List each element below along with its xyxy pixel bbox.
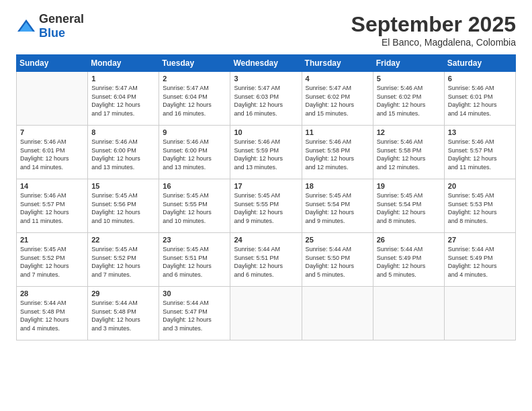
calendar-cell: 2Sunrise: 5:47 AM Sunset: 6:04 PM Daylig…	[159, 72, 230, 126]
calendar-cell: 14Sunrise: 5:46 AM Sunset: 5:57 PM Dayli…	[17, 179, 88, 233]
cell-info: Sunrise: 5:45 AM Sunset: 5:56 PM Dayligh…	[91, 191, 155, 225]
day-number: 19	[377, 182, 441, 190]
calendar-cell: 20Sunrise: 5:45 AM Sunset: 5:53 PM Dayli…	[444, 179, 515, 233]
logo: General Blue	[16, 12, 84, 40]
day-number: 5	[377, 75, 441, 83]
calendar-cell: 17Sunrise: 5:45 AM Sunset: 5:55 PM Dayli…	[230, 179, 302, 233]
day-number: 29	[91, 289, 155, 298]
calendar-week-row: 14Sunrise: 5:46 AM Sunset: 5:57 PM Dayli…	[17, 179, 516, 233]
calendar-cell: 24Sunrise: 5:44 AM Sunset: 5:51 PM Dayli…	[230, 233, 302, 287]
day-number: 18	[306, 182, 369, 190]
day-number: 24	[234, 236, 298, 244]
cell-info: Sunrise: 5:46 AM Sunset: 5:57 PM Dayligh…	[448, 138, 512, 171]
calendar-week-row: 21Sunrise: 5:45 AM Sunset: 5:52 PM Dayli…	[17, 233, 516, 287]
cell-info: Sunrise: 5:47 AM Sunset: 6:04 PM Dayligh…	[163, 84, 226, 118]
logo-icon	[16, 18, 36, 34]
calendar-cell: 12Sunrise: 5:46 AM Sunset: 5:58 PM Dayli…	[373, 126, 444, 179]
calendar-cell: 19Sunrise: 5:45 AM Sunset: 5:54 PM Dayli…	[373, 179, 444, 233]
day-number: 22	[91, 236, 155, 244]
calendar-cell: 23Sunrise: 5:45 AM Sunset: 5:51 PM Dayli…	[159, 233, 230, 287]
calendar-cell: 8Sunrise: 5:46 AM Sunset: 6:00 PM Daylig…	[88, 126, 159, 179]
calendar-cell: 22Sunrise: 5:45 AM Sunset: 5:52 PM Dayli…	[88, 233, 159, 287]
day-number: 15	[91, 182, 155, 190]
cell-info: Sunrise: 5:44 AM Sunset: 5:49 PM Dayligh…	[448, 245, 512, 279]
day-number: 3	[234, 75, 298, 83]
weekday-header-row: SundayMondayTuesdayWednesdayThursdayFrid…	[17, 55, 516, 72]
cell-info: Sunrise: 5:45 AM Sunset: 5:52 PM Dayligh…	[20, 245, 84, 279]
logo-wordmark: General Blue	[39, 12, 84, 40]
day-number: 21	[20, 236, 84, 244]
cell-info: Sunrise: 5:46 AM Sunset: 5:59 PM Dayligh…	[234, 138, 298, 171]
cell-info: Sunrise: 5:44 AM Sunset: 5:48 PM Dayligh…	[20, 299, 84, 332]
cell-info: Sunrise: 5:45 AM Sunset: 5:55 PM Dayligh…	[234, 191, 298, 225]
calendar-cell	[230, 287, 302, 340]
calendar-week-row: 28Sunrise: 5:44 AM Sunset: 5:48 PM Dayli…	[17, 287, 516, 340]
weekday-header-sunday: Sunday	[17, 55, 88, 72]
day-number: 13	[448, 128, 512, 136]
calendar-cell: 29Sunrise: 5:44 AM Sunset: 5:48 PM Dayli…	[88, 287, 159, 340]
calendar-cell: 26Sunrise: 5:44 AM Sunset: 5:49 PM Dayli…	[373, 233, 444, 287]
day-number: 30	[163, 289, 226, 298]
day-number: 12	[377, 128, 441, 136]
calendar-cell: 21Sunrise: 5:45 AM Sunset: 5:52 PM Dayli…	[17, 233, 88, 287]
location-title: El Banco, Magdalena, Colombia	[351, 37, 516, 48]
day-number: 9	[163, 128, 226, 136]
page: General Blue September 2025 El Banco, Ma…	[0, 0, 532, 349]
calendar-cell: 4Sunrise: 5:47 AM Sunset: 6:02 PM Daylig…	[302, 72, 373, 126]
calendar-cell: 30Sunrise: 5:44 AM Sunset: 5:47 PM Dayli…	[159, 287, 230, 340]
cell-info: Sunrise: 5:46 AM Sunset: 6:00 PM Dayligh…	[163, 138, 226, 171]
day-number: 28	[20, 289, 84, 298]
cell-info: Sunrise: 5:44 AM Sunset: 5:51 PM Dayligh…	[234, 245, 298, 279]
weekday-header-saturday: Saturday	[444, 55, 515, 72]
cell-info: Sunrise: 5:46 AM Sunset: 6:02 PM Dayligh…	[377, 84, 441, 118]
calendar-cell: 13Sunrise: 5:46 AM Sunset: 5:57 PM Dayli…	[444, 126, 515, 179]
logo-general: General	[39, 12, 84, 26]
calendar-cell: 16Sunrise: 5:45 AM Sunset: 5:55 PM Dayli…	[159, 179, 230, 233]
day-number: 7	[20, 128, 84, 136]
cell-info: Sunrise: 5:44 AM Sunset: 5:49 PM Dayligh…	[377, 245, 441, 279]
cell-info: Sunrise: 5:45 AM Sunset: 5:54 PM Dayligh…	[377, 191, 441, 225]
cell-info: Sunrise: 5:46 AM Sunset: 5:58 PM Dayligh…	[306, 138, 369, 171]
calendar-cell	[444, 287, 515, 340]
calendar-cell: 3Sunrise: 5:47 AM Sunset: 6:03 PM Daylig…	[230, 72, 302, 126]
calendar-cell: 18Sunrise: 5:45 AM Sunset: 5:54 PM Dayli…	[302, 179, 373, 233]
calendar-cell: 15Sunrise: 5:45 AM Sunset: 5:56 PM Dayli…	[88, 179, 159, 233]
title-block: September 2025 El Banco, Magdalena, Colo…	[351, 12, 516, 48]
cell-info: Sunrise: 5:46 AM Sunset: 5:57 PM Dayligh…	[20, 191, 84, 225]
calendar-cell: 10Sunrise: 5:46 AM Sunset: 5:59 PM Dayli…	[230, 126, 302, 179]
day-number: 1	[91, 75, 155, 83]
day-number: 17	[234, 182, 298, 190]
calendar-cell: 28Sunrise: 5:44 AM Sunset: 5:48 PM Dayli…	[17, 287, 88, 340]
cell-info: Sunrise: 5:45 AM Sunset: 5:52 PM Dayligh…	[91, 245, 155, 279]
day-number: 20	[448, 182, 512, 190]
cell-info: Sunrise: 5:47 AM Sunset: 6:02 PM Dayligh…	[306, 84, 369, 118]
calendar-cell: 6Sunrise: 5:46 AM Sunset: 6:01 PM Daylig…	[444, 72, 515, 126]
day-number: 4	[306, 75, 369, 83]
calendar-cell: 1Sunrise: 5:47 AM Sunset: 6:04 PM Daylig…	[88, 72, 159, 126]
day-number: 16	[163, 182, 226, 190]
day-number: 6	[448, 75, 512, 83]
day-number: 14	[20, 182, 84, 190]
cell-info: Sunrise: 5:45 AM Sunset: 5:54 PM Dayligh…	[306, 191, 369, 225]
calendar-cell: 5Sunrise: 5:46 AM Sunset: 6:02 PM Daylig…	[373, 72, 444, 126]
cell-info: Sunrise: 5:45 AM Sunset: 5:55 PM Dayligh…	[163, 191, 226, 225]
cell-info: Sunrise: 5:45 AM Sunset: 5:53 PM Dayligh…	[448, 191, 512, 225]
cell-info: Sunrise: 5:46 AM Sunset: 5:58 PM Dayligh…	[377, 138, 441, 171]
calendar-table: SundayMondayTuesdayWednesdayThursdayFrid…	[16, 54, 516, 340]
cell-info: Sunrise: 5:47 AM Sunset: 6:03 PM Dayligh…	[234, 84, 298, 118]
calendar-cell: 7Sunrise: 5:46 AM Sunset: 6:01 PM Daylig…	[17, 126, 88, 179]
cell-info: Sunrise: 5:46 AM Sunset: 6:01 PM Dayligh…	[20, 138, 84, 171]
calendar-cell: 9Sunrise: 5:46 AM Sunset: 6:00 PM Daylig…	[159, 126, 230, 179]
month-title: September 2025	[351, 12, 516, 37]
day-number: 11	[306, 128, 369, 136]
cell-info: Sunrise: 5:45 AM Sunset: 5:51 PM Dayligh…	[163, 245, 226, 279]
header: General Blue September 2025 El Banco, Ma…	[16, 12, 516, 48]
cell-info: Sunrise: 5:46 AM Sunset: 6:00 PM Dayligh…	[91, 138, 155, 171]
calendar-cell	[17, 72, 88, 126]
day-number: 25	[306, 236, 369, 244]
cell-info: Sunrise: 5:44 AM Sunset: 5:50 PM Dayligh…	[306, 245, 369, 279]
calendar-week-row: 1Sunrise: 5:47 AM Sunset: 6:04 PM Daylig…	[17, 72, 516, 126]
weekday-header-friday: Friday	[373, 55, 444, 72]
cell-info: Sunrise: 5:46 AM Sunset: 6:01 PM Dayligh…	[448, 84, 512, 118]
weekday-header-monday: Monday	[88, 55, 159, 72]
